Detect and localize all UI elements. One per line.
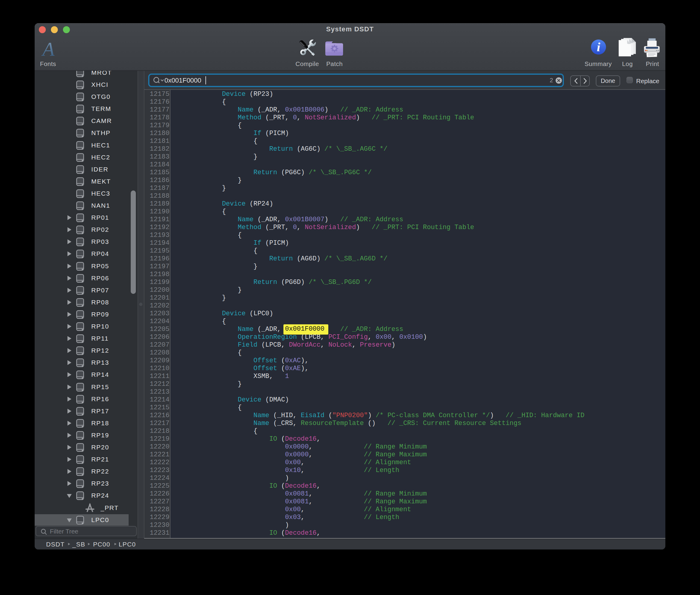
svg-text:A: A bbox=[41, 41, 55, 57]
svg-text:i: i bbox=[597, 40, 600, 54]
